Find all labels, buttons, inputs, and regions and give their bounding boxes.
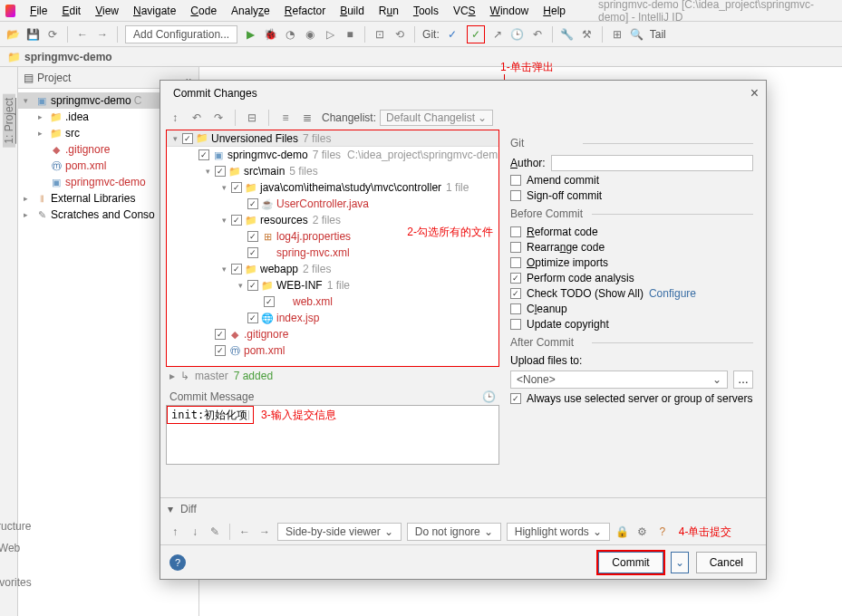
rail-web[interactable]: Web	[0, 542, 20, 554]
undo-icon[interactable]: ↶	[189, 111, 204, 125]
expand-icon[interactable]: ≡	[278, 111, 293, 125]
sync-icon[interactable]: ⟳	[45, 27, 60, 42]
signoff-checkbox[interactable]	[510, 190, 521, 201]
upload-server-dropdown[interactable]: <None>⌄	[510, 371, 728, 389]
menu-window[interactable]: Window	[487, 5, 533, 17]
file-checkbox[interactable]	[247, 198, 258, 209]
reformat-checkbox[interactable]	[510, 226, 521, 237]
changes-tree-row[interactable]: web.xml	[167, 294, 498, 310]
run-icon[interactable]: ▶	[243, 27, 257, 42]
copyright-checkbox[interactable]	[510, 319, 521, 330]
menu-view[interactable]: View	[92, 5, 122, 17]
lock-icon[interactable]: 🔒	[615, 525, 630, 539]
rail-favorites[interactable]: 2: Favorites	[0, 563, 32, 589]
redo-icon[interactable]: ↷	[211, 111, 226, 125]
git-revert-icon[interactable]: ↶	[530, 27, 545, 42]
diff-down-icon[interactable]: ↓	[188, 525, 202, 539]
rearrange-checkbox[interactable]	[510, 242, 521, 253]
run-anything-icon[interactable]: ▷	[323, 27, 337, 42]
commit-message-box[interactable]: 3-输入提交信息	[166, 405, 499, 465]
git-pull-icon[interactable]: ✓	[445, 27, 460, 42]
changes-tree-row[interactable]: ▾📁WEB-INF1 file	[167, 277, 498, 294]
git-commit-button[interactable]: ✓	[467, 25, 485, 43]
menu-analyze[interactable]: Analyze	[227, 5, 274, 17]
history-icon[interactable]: 🕒	[482, 390, 496, 403]
changes-tree-row[interactable]: ▾📁Unversioned Files7 files	[167, 130, 498, 147]
wrench-icon[interactable]: 🔧	[560, 27, 575, 42]
commit-dropdown-button[interactable]: ⌄	[671, 552, 689, 573]
file-checkbox[interactable]	[215, 345, 226, 356]
menu-navigate[interactable]: Navigate	[130, 5, 179, 17]
optimize-checkbox[interactable]	[510, 257, 521, 268]
viewer-mode-dropdown[interactable]: Side-by-side viewer ⌄	[277, 523, 402, 541]
always-use-checkbox[interactable]	[510, 393, 521, 404]
help-icon[interactable]: ?	[169, 554, 186, 571]
run-config-dropdown[interactable]: Add Configuration...	[125, 25, 237, 43]
menu-code[interactable]: Code	[187, 5, 220, 17]
changes-tree-row[interactable]: ▾📁src\main5 files	[167, 163, 498, 179]
grid-icon[interactable]: ⊞	[610, 27, 624, 42]
file-checkbox[interactable]	[231, 215, 242, 226]
git-history-icon[interactable]: 🕒	[510, 27, 525, 42]
diff-next-icon[interactable]: →	[257, 525, 272, 539]
help2-icon[interactable]: ?	[655, 525, 670, 539]
diff-chevron-icon[interactable]: ▾	[168, 503, 173, 515]
rail-project[interactable]: 1: Project	[3, 94, 15, 148]
box-icon[interactable]: ⊡	[373, 27, 387, 42]
changes-tree-row[interactable]: spring-mvc.xml	[167, 245, 498, 261]
author-input[interactable]	[551, 155, 753, 171]
file-checkbox[interactable]	[247, 231, 258, 242]
gear-icon[interactable]: ⚙	[635, 525, 650, 539]
highlight-dropdown[interactable]: Highlight words ⌄	[507, 523, 610, 541]
file-checkbox[interactable]	[198, 149, 209, 160]
debug-icon[interactable]: 🐞	[263, 27, 277, 42]
open-icon[interactable]: 📂	[5, 27, 20, 42]
changes-tree-row[interactable]: ▾📁java\com\itheima\study\mvc\controller1…	[167, 179, 498, 196]
changes-tree-row[interactable]: 🌐index.jsp	[167, 310, 498, 326]
diff-up-icon[interactable]: ↑	[168, 525, 182, 539]
todo-checkbox[interactable]	[510, 288, 521, 299]
toggle-tree-icon[interactable]: ↕	[168, 111, 182, 125]
close-icon[interactable]: ×	[750, 85, 759, 101]
file-checkbox[interactable]	[231, 182, 242, 193]
cancel-button[interactable]: Cancel	[696, 552, 757, 573]
save-icon[interactable]: 💾	[25, 27, 40, 42]
file-checkbox[interactable]	[264, 296, 275, 307]
menu-file[interactable]: File	[26, 5, 51, 17]
file-checkbox[interactable]	[247, 280, 258, 291]
refresh-icon[interactable]: ⟲	[392, 27, 407, 42]
file-checkbox[interactable]	[247, 313, 258, 323]
changelist-dropdown[interactable]: Default Changelist ⌄	[380, 110, 493, 126]
nav-fwd-icon[interactable]: →	[95, 27, 110, 42]
changes-tree[interactable]: ▾📁Unversioned Files7 files▣springmvc-dem…	[167, 130, 498, 359]
commit-button[interactable]: Commit	[598, 552, 663, 573]
configure-link[interactable]: Configure	[649, 287, 696, 300]
diff-edit-icon[interactable]: ✎	[208, 525, 222, 539]
amend-checkbox[interactable]	[510, 175, 521, 186]
menu-vcs[interactable]: VCS	[450, 5, 479, 17]
coverage-icon[interactable]: ◔	[283, 27, 297, 42]
cleanup-checkbox[interactable]	[510, 303, 521, 314]
menu-build[interactable]: Build	[336, 5, 368, 17]
changes-tree-row[interactable]: ◆.gitignore	[167, 326, 498, 342]
whitespace-dropdown[interactable]: Do not ignore ⌄	[407, 523, 501, 541]
menu-edit[interactable]: Edit	[58, 5, 84, 17]
changes-tree-row[interactable]: ⓜpom.xml	[167, 342, 498, 359]
group-icon[interactable]: ⊟	[245, 111, 259, 125]
analysis-checkbox[interactable]	[510, 273, 521, 284]
menu-tools[interactable]: Tools	[410, 5, 442, 17]
upload-browse-button[interactable]: …	[733, 371, 753, 389]
branch-chevron-icon[interactable]: ▸	[169, 370, 175, 382]
changes-tree-row[interactable]: ▣springmvc-demo7 filesC:\idea_project\sp…	[167, 147, 498, 163]
changes-tree-row[interactable]: ▾📁webapp2 files	[167, 261, 498, 277]
changes-tree-row[interactable]: ☕UserController.java	[167, 196, 498, 212]
file-checkbox[interactable]	[247, 247, 258, 258]
file-checkbox[interactable]	[215, 329, 226, 340]
nav-back-icon[interactable]: ←	[75, 27, 90, 42]
collapse-icon[interactable]: ≣	[300, 111, 315, 125]
search-icon[interactable]: 🔍	[630, 27, 644, 42]
menu-help[interactable]: Help	[539, 5, 569, 17]
hammer-icon[interactable]: ⚒	[580, 27, 595, 42]
file-checkbox[interactable]	[215, 166, 226, 177]
menu-run[interactable]: Run	[375, 5, 402, 17]
